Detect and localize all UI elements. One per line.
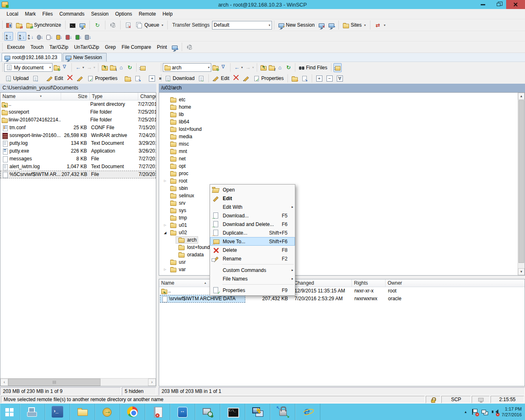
menu-options[interactable]: Options (112, 9, 135, 19)
local-drive-combo[interactable]: My document▾ (4, 63, 52, 72)
local-tree-toggle-button[interactable] (139, 63, 147, 72)
upload-options-button[interactable]: → (30, 74, 41, 83)
column-header-rights[interactable]: Rights (352, 279, 386, 287)
find-files-button[interactable]: Find Files (297, 63, 329, 72)
tree-node-media[interactable]: media (159, 133, 518, 140)
menu-help[interactable]: Help (159, 9, 176, 19)
context-menu-item-delete[interactable]: DeleteF8 (210, 246, 295, 254)
local-new-file-button[interactable]: ↘ (132, 74, 143, 83)
scrollbar-thumb[interactable] (518, 100, 524, 263)
menu-remote[interactable]: Remote (135, 9, 159, 19)
minimize-button[interactable] (475, 0, 491, 9)
column-header-changed[interactable]: Changed (138, 93, 156, 100)
context-menu-item-edit-with[interactable]: Edit With▸ (210, 203, 295, 211)
upload-button[interactable]: →Upload (3, 74, 30, 83)
context-menu-item-edit[interactable]: Edit (210, 194, 295, 203)
scroll-up-arrow-icon[interactable]: ▲ (518, 93, 525, 100)
file-row[interactable]: putty.log134 KBText Document3/29/2016 (0, 139, 156, 147)
hidden-icons-chevron-icon[interactable]: ▲ (464, 410, 467, 414)
file-row[interactable]: %5Csrviwf$IWTM AR...207,432 KBFile7/20/2… (0, 171, 156, 178)
context-menu-item-download[interactable]: Download...F5 (210, 211, 295, 220)
context-menu-item-rename[interactable]: RenameF2 (210, 254, 295, 263)
taskbar-app-internet-explorer[interactable] (295, 404, 320, 420)
command-file-compare[interactable]: File Compare (119, 42, 154, 52)
local-root-directory-button[interactable]: \ (109, 63, 117, 72)
sort-by-group-button[interactable]: ↓ (83, 32, 93, 41)
file-row[interactable]: sosreportFile folder7/25/2016 (0, 108, 156, 116)
customize-button[interactable] (184, 42, 195, 52)
remote-back-button[interactable]: ←▾ (233, 63, 244, 72)
context-menu-item-custom-commands[interactable]: Custom Commands▸ (210, 266, 295, 274)
column-header-size[interactable]: Size (61, 93, 90, 100)
security-cell[interactable] (426, 396, 441, 403)
tree-node-lost-found[interactable]: lost+found (159, 126, 518, 133)
tree-vertical-scrollbar[interactable]: ▲ ▼ (518, 93, 525, 275)
protocol-cell[interactable]: SCP (441, 396, 471, 403)
synchronize-browsing-button[interactable]: ⇄ (14, 20, 24, 30)
context-menu-item-download-and-delete[interactable]: Download and Delete...F6 (210, 220, 295, 228)
remote-delete-button[interactable] (231, 74, 241, 83)
sort-by-rights-button[interactable]: ↓ (64, 32, 74, 41)
taskbar-app-putty[interactable] (245, 404, 270, 420)
tree-node-opt[interactable]: opt (159, 162, 518, 170)
tree-node-misc[interactable]: misc (159, 140, 518, 148)
remote-filter-list-button[interactable]: ∀ (335, 74, 345, 83)
file-row[interactable]: liniw-20160724162214...File folder7/25/2… (0, 116, 156, 124)
run-command-button[interactable]: ↯ (78, 20, 87, 30)
local-home-directory-button[interactable]: ⌂ (117, 63, 126, 72)
remote-filter-button[interactable] (219, 63, 228, 72)
sort-by-extension-button[interactable]: ab↓ (26, 32, 35, 41)
menu-files[interactable]: Files (39, 9, 56, 19)
new-session-button[interactable]: +New Session (276, 20, 317, 30)
scroll-right-arrow-icon[interactable]: › (148, 379, 156, 386)
taskbar-app-teamviewer[interactable] (170, 404, 195, 420)
start-button[interactable] (0, 404, 20, 420)
column-header-name[interactable]: Name▼ (0, 93, 61, 100)
sort-direction-button[interactable]: ab↕ (4, 32, 13, 41)
taskbar-app-search-tool[interactable] (195, 404, 220, 420)
command-touch[interactable]: Touch (27, 42, 46, 52)
context-menu-item-file-names[interactable]: File Names▸ (210, 274, 295, 283)
file-row[interactable]: alert_iwtm.log1,047 KBText Document7/27/… (0, 163, 156, 171)
refresh-session-button[interactable]: ↻ (92, 20, 103, 30)
network-status-icon[interactable] (481, 409, 488, 415)
remote-new-folder-button[interactable]: + (290, 74, 299, 83)
volume-muted-icon[interactable]: x (491, 409, 498, 415)
close-session-button[interactable]: ✕ (317, 20, 326, 30)
remote-path-bar[interactable]: /u02/arch (159, 84, 525, 92)
file-row[interactable]: putty.exe226 KBApplication3/26/2016 (0, 147, 156, 155)
session-tab-new[interactable]: +New Session (63, 53, 107, 62)
menu-mark[interactable]: Mark (22, 9, 39, 19)
file-row[interactable]: sosreport-liniw-20160...26,598 KBWinRAR … (0, 132, 156, 139)
taskbar-app-server-manager[interactable] (20, 404, 45, 420)
remote-tree-toggle-button[interactable] (333, 63, 342, 72)
local-forward-button[interactable]: →▾ (85, 63, 96, 72)
local-back-button[interactable]: ←▾ (74, 63, 85, 72)
console-button[interactable] (68, 20, 78, 30)
remote-unselect-button[interactable]: − (324, 74, 335, 83)
context-menu-item-properties[interactable]: PropertiesF9 (210, 286, 295, 294)
taskbar-app-winscp[interactable]: ↖↘ (270, 404, 295, 420)
local-path-bar[interactable]: C:\Users\admin_yousif\Documents (0, 84, 156, 92)
restore-button[interactable] (491, 0, 506, 9)
action-center-flag-icon[interactable]: x (471, 409, 477, 415)
local-open-directory-button[interactable]: ↻ (52, 63, 61, 72)
local-new-folder-button[interactable]: + (123, 74, 132, 83)
commander-layout-button[interactable] (4, 20, 14, 30)
context-menu-item-duplicate[interactable]: Duplicate...Shift+F5 (210, 228, 295, 237)
taskbar-app-sticky-notes[interactable] (145, 404, 170, 420)
scrollbar-thumb[interactable] (8, 379, 100, 386)
local-delete-button[interactable] (65, 74, 75, 83)
tree-node-etc[interactable]: etc (159, 96, 518, 103)
remote-select-button[interactable]: + (314, 74, 324, 83)
print-preview-button[interactable]: ▸ (170, 42, 180, 52)
remote-forward-button[interactable]: →▾ (244, 63, 255, 72)
download-options-button[interactable]: ← (196, 74, 206, 83)
local-select-button[interactable]: + (147, 74, 157, 83)
file-row[interactable]: messages8 KBFile7/27/2016 (0, 155, 156, 163)
menu-commands[interactable]: Commands (56, 9, 88, 19)
local-horizontal-scrollbar[interactable]: ‹ › (0, 378, 156, 386)
remote-directory-combo[interactable]: arch▾ (163, 63, 211, 72)
menu-session[interactable]: Session (88, 9, 112, 19)
abort-button[interactable]: ✕ (123, 20, 134, 30)
